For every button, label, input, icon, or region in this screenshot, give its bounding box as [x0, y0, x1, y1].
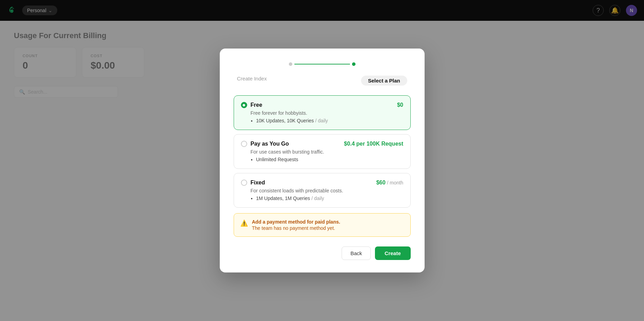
payment-warning: ⚠️ Add a payment method for paid plans. … — [234, 213, 411, 237]
fixed-plan-radio[interactable] — [241, 180, 247, 186]
payg-plan-feature-1: Unlimited Requests — [256, 157, 403, 162]
free-plan-feature-1: 10K Updates, 10K Queries / daily — [256, 118, 403, 123]
step-line — [294, 64, 350, 64]
select-plan-modal: Create Index Select a Plan Free $0 Free … — [220, 49, 425, 272]
fixed-plan-name: Fixed — [251, 180, 265, 186]
fixed-plan-card[interactable]: Fixed $60 / month For consistent loads w… — [234, 173, 411, 208]
back-button[interactable]: Back — [342, 246, 370, 260]
fixed-plan-desc: For consistent loads with predictable co… — [251, 188, 403, 193]
free-plan-desc: Free forever for hobbyists. — [251, 110, 403, 116]
warning-icon: ⚠️ — [240, 219, 248, 227]
free-plan-header: Free $0 — [241, 102, 403, 108]
fixed-plan-feature-1: 1M Updates, 1M Queries / daily — [256, 196, 403, 201]
free-plan-left: Free — [241, 102, 262, 108]
step-dot-1 — [289, 62, 292, 66]
warning-title: Add a payment method for paid plans. — [252, 219, 340, 225]
payg-plan-name: Pay as You Go — [251, 141, 289, 147]
modal-footer: Back Create — [234, 246, 411, 260]
step-labels: Create Index Select a Plan — [234, 76, 411, 86]
fixed-plan-header: Fixed $60 / month — [241, 180, 403, 186]
fixed-plan-features: 1M Updates, 1M Queries / daily — [241, 196, 403, 201]
free-plan-features: 10K Updates, 10K Queries / daily — [241, 118, 403, 123]
stepper — [234, 62, 411, 66]
free-plan-name: Free — [251, 102, 262, 108]
free-plan-price: $0 — [397, 102, 403, 108]
fixed-plan-left: Fixed — [241, 180, 265, 186]
fixed-plan-price: $60 / month — [376, 180, 403, 186]
payg-plan-desc: For use cases with bursting traffic. — [251, 149, 403, 155]
free-plan-radio[interactable] — [241, 102, 247, 108]
payg-plan-radio[interactable] — [241, 141, 247, 147]
modal-overlay: Create Index Select a Plan Free $0 Free … — [0, 0, 644, 321]
warning-subtitle: The team has no payment method yet. — [252, 225, 340, 231]
payg-plan-card[interactable]: Pay as You Go $0.4 per 100K Request For … — [234, 134, 411, 169]
create-button[interactable]: Create — [375, 246, 411, 260]
step-dot-2 — [352, 62, 356, 66]
background-page: Personal ? 🔔 N Usage For Current Billing… — [0, 0, 644, 321]
payg-plan-left: Pay as You Go — [241, 141, 289, 147]
payg-plan-price: $0.4 per 100K Request — [344, 141, 403, 147]
step2-label: Select a Plan — [361, 76, 407, 86]
free-plan-card[interactable]: Free $0 Free forever for hobbyists. 10K … — [234, 95, 411, 130]
payg-plan-header: Pay as You Go $0.4 per 100K Request — [241, 141, 403, 147]
payg-plan-features: Unlimited Requests — [241, 157, 403, 162]
warning-content: Add a payment method for paid plans. The… — [252, 219, 340, 231]
step1-label: Create Index — [237, 76, 267, 86]
